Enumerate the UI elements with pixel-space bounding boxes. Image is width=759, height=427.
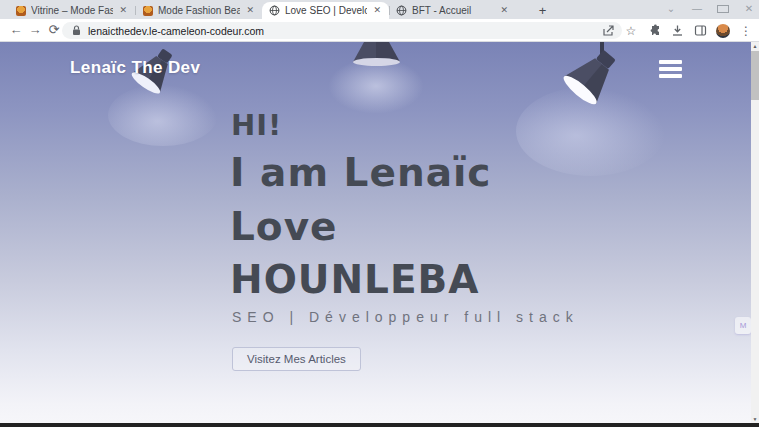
close-icon[interactable]: ✕ <box>245 6 255 15</box>
reload-button[interactable]: ⟳ <box>46 22 62 38</box>
close-icon[interactable]: ✕ <box>499 6 509 15</box>
hero-subtitle: SEO | Développeur full stack <box>232 309 579 325</box>
tab-search-chevron-icon[interactable]: ⌄ <box>665 4 677 14</box>
site-logo[interactable]: Lenaïc The Dev <box>70 58 200 78</box>
minimize-button[interactable]: — <box>691 4 703 14</box>
scroll-down-icon[interactable]: ▼ <box>751 415 759 423</box>
tab-list: Vitrine – Mode Fashion Beaute ✕ Mode Fas… <box>8 2 516 19</box>
spotlight-lamp-right <box>548 42 658 127</box>
hamburger-bar <box>659 60 682 64</box>
download-icon[interactable] <box>670 24 684 38</box>
window-bottom-edge <box>0 423 759 427</box>
browser-toolbar: ← → ⟳ lenaicthedev.le-cameleon-codeur.co… <box>0 19 759 42</box>
site-favicon <box>15 5 26 16</box>
tab-vitrine-mode-fashion[interactable]: Vitrine – Mode Fashion Beaute ✕ <box>8 2 135 19</box>
globe-icon <box>396 5 407 16</box>
lock-icon[interactable] <box>72 25 81 36</box>
scroll-up-icon[interactable]: ▲ <box>751 42 759 50</box>
new-tab-button[interactable]: + <box>534 2 551 19</box>
browser-tab-strip: Vitrine – Mode Fashion Beaute ✕ Mode Fas… <box>0 0 759 19</box>
hamburger-bar <box>659 74 682 78</box>
site-favicon <box>142 5 153 16</box>
hero-title-line2: Love <box>230 204 338 249</box>
webpage-viewport: Lenaïc The Dev HI! I am Lenaïc Love HOUN… <box>0 42 759 427</box>
window-controls: ⌄ — ✕ <box>665 0 755 18</box>
bookmark-star-icon[interactable]: ☆ <box>624 24 638 38</box>
address-bar[interactable]: lenaicthedev.le-cameleon-codeur.com <box>62 22 622 39</box>
more-menu-icon[interactable]: ⋮ <box>739 24 753 38</box>
profile-avatar[interactable] <box>716 24 730 38</box>
close-icon[interactable]: ✕ <box>118 6 128 15</box>
scrollbar-thumb[interactable] <box>751 51 759 100</box>
tab-title: Vitrine – Mode Fashion Beaute <box>31 5 113 16</box>
widget-badge[interactable]: M <box>735 317 751 334</box>
share-icon[interactable] <box>601 24 615 38</box>
hamburger-bar <box>659 67 682 71</box>
tab-title: Mode Fashion Beaute <box>158 5 240 16</box>
maximize-button[interactable] <box>717 5 729 13</box>
close-window-button[interactable]: ✕ <box>743 4 755 14</box>
visit-articles-button[interactable]: Visitez Mes Articles <box>232 347 361 371</box>
toolbar-icons: ☆ ⋮ <box>601 22 753 39</box>
globe-icon <box>269 5 280 16</box>
ceiling-lamp-center <box>352 42 400 68</box>
forward-button[interactable]: → <box>27 22 43 38</box>
url-text: lenaicthedev.le-cameleon-codeur.com <box>88 25 264 37</box>
tab-mode-fashion[interactable]: Mode Fashion Beaute ✕ <box>135 2 262 19</box>
page-scrollbar[interactable]: ▲ ▼ <box>751 42 759 423</box>
close-icon[interactable]: ✕ <box>372 6 382 15</box>
tab-love-seo-active[interactable]: Love SEO | Developpeur web SEO ✕ <box>262 2 389 19</box>
hero-title-line3: HOUNLEBA <box>230 257 480 302</box>
hero-title-line1: I am Lenaïc <box>230 150 492 195</box>
side-panel-icon[interactable] <box>693 24 707 38</box>
tab-title: Love SEO | Developpeur web SEO <box>285 5 367 16</box>
extensions-puzzle-icon[interactable] <box>647 24 661 38</box>
tab-bft-accueil[interactable]: BFT - Accueil ✕ <box>389 2 516 19</box>
hero-greeting: HI! <box>231 108 282 142</box>
back-button[interactable]: ← <box>8 22 24 38</box>
hamburger-menu-icon[interactable] <box>659 60 682 78</box>
spotlight-lamp-left <box>118 42 208 114</box>
tab-title: BFT - Accueil <box>412 5 494 16</box>
